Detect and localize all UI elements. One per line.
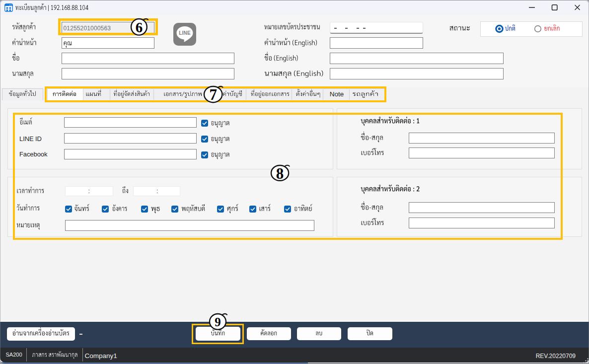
- svg-text:LINE: LINE: [179, 30, 191, 36]
- svg-text:9: 9: [215, 315, 221, 329]
- svg-text:7: 7: [209, 86, 217, 103]
- svg-text:8: 8: [276, 164, 284, 182]
- svg-text:6: 6: [136, 19, 143, 35]
